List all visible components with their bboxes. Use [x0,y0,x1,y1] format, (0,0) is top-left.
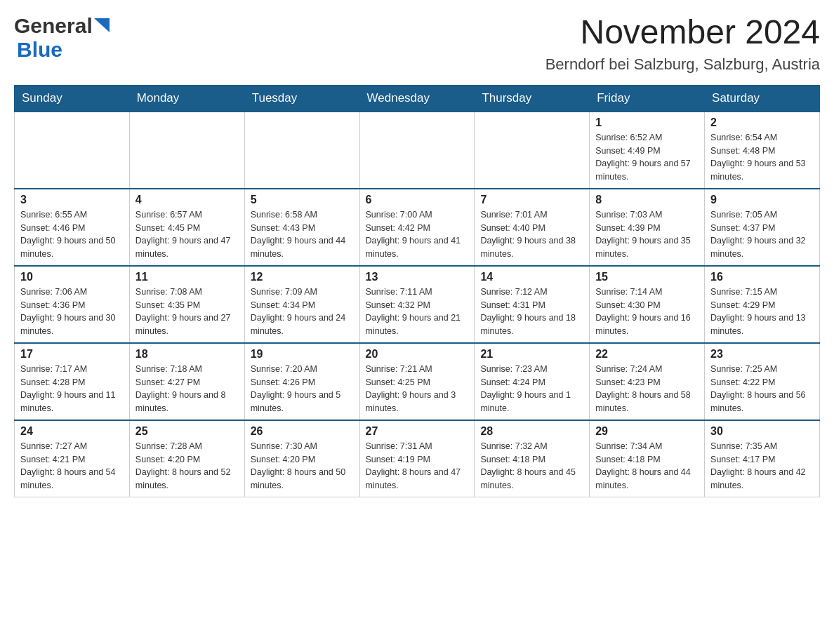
table-row: 23 Sunrise: 7:25 AMSunset: 4:22 PMDaylig… [705,343,820,420]
day-info: Sunrise: 7:27 AMSunset: 4:21 PMDaylight:… [20,441,116,490]
day-info: Sunrise: 7:17 AMSunset: 4:28 PMDaylight:… [20,364,116,413]
table-row: 13 Sunrise: 7:11 AMSunset: 4:32 PMDaylig… [359,266,475,343]
table-row: 20 Sunrise: 7:21 AMSunset: 4:25 PMDaylig… [359,343,475,420]
table-row: 21 Sunrise: 7:23 AMSunset: 4:24 PMDaylig… [475,343,590,420]
logo-area: General Blue [14,14,111,62]
day-info: Sunrise: 6:54 AMSunset: 4:48 PMDaylight:… [710,133,806,182]
day-number: 22 [595,348,699,361]
day-number: 27 [366,425,469,438]
calendar-week-row: 3 Sunrise: 6:55 AMSunset: 4:46 PMDayligh… [15,189,820,266]
table-row: 19 Sunrise: 7:20 AMSunset: 4:26 PMDaylig… [244,343,359,420]
day-number: 2 [710,116,814,129]
table-row: 6 Sunrise: 7:00 AMSunset: 4:42 PMDayligh… [359,189,475,266]
day-info: Sunrise: 7:09 AMSunset: 4:34 PMDaylight:… [251,287,346,336]
day-number: 3 [20,194,124,206]
day-info: Sunrise: 7:28 AMSunset: 4:20 PMDaylight:… [135,441,231,490]
day-number: 11 [135,271,239,283]
day-info: Sunrise: 7:08 AMSunset: 4:35 PMDaylight:… [135,287,231,336]
day-number: 16 [710,271,814,283]
table-row [359,112,475,189]
day-number: 4 [135,194,239,206]
day-info: Sunrise: 7:30 AMSunset: 4:20 PMDaylight:… [251,441,346,490]
day-number: 1 [595,116,699,129]
day-info: Sunrise: 7:11 AMSunset: 4:32 PMDaylight:… [366,287,461,336]
table-row: 15 Sunrise: 7:14 AMSunset: 4:30 PMDaylig… [590,266,705,343]
day-number: 14 [480,271,583,283]
header-monday: Monday [129,85,244,112]
table-row: 4 Sunrise: 6:57 AMSunset: 4:45 PMDayligh… [129,189,244,266]
table-row [244,112,359,189]
calendar-body: 1 Sunrise: 6:52 AMSunset: 4:49 PMDayligh… [15,112,820,497]
day-number: 18 [135,348,239,361]
table-row: 29 Sunrise: 7:34 AMSunset: 4:18 PMDaylig… [590,420,705,497]
table-row: 24 Sunrise: 7:27 AMSunset: 4:21 PMDaylig… [15,420,130,497]
day-number: 29 [595,425,699,438]
logo: General [14,14,111,38]
header-saturday: Saturday [705,85,820,112]
day-number: 19 [251,348,354,361]
day-number: 28 [480,425,583,438]
table-row: 16 Sunrise: 7:15 AMSunset: 4:29 PMDaylig… [705,266,820,343]
header-friday: Friday [590,85,705,112]
calendar-week-row: 17 Sunrise: 7:17 AMSunset: 4:28 PMDaylig… [15,343,820,420]
day-info: Sunrise: 6:55 AMSunset: 4:46 PMDaylight:… [20,210,116,259]
day-info: Sunrise: 7:01 AMSunset: 4:40 PMDaylight:… [480,210,576,259]
day-info: Sunrise: 7:15 AMSunset: 4:29 PMDaylight:… [710,287,806,336]
header-sunday: Sunday [15,85,130,112]
day-number: 20 [366,348,469,361]
day-info: Sunrise: 7:20 AMSunset: 4:26 PMDaylight:… [251,364,341,413]
day-info: Sunrise: 7:24 AMSunset: 4:23 PMDaylight:… [595,364,691,413]
table-row: 12 Sunrise: 7:09 AMSunset: 4:34 PMDaylig… [244,266,359,343]
day-number: 10 [20,271,124,283]
day-number: 30 [710,425,814,438]
table-row: 22 Sunrise: 7:24 AMSunset: 4:23 PMDaylig… [590,343,705,420]
month-year-title: November 2024 [545,14,820,51]
table-row: 18 Sunrise: 7:18 AMSunset: 4:27 PMDaylig… [129,343,244,420]
calendar-week-row: 1 Sunrise: 6:52 AMSunset: 4:49 PMDayligh… [15,112,820,189]
table-row: 2 Sunrise: 6:54 AMSunset: 4:48 PMDayligh… [705,112,820,189]
table-row: 27 Sunrise: 7:31 AMSunset: 4:19 PMDaylig… [359,420,475,497]
day-number: 21 [480,348,583,361]
day-info: Sunrise: 6:52 AMSunset: 4:49 PMDaylight:… [595,133,691,182]
day-info: Sunrise: 7:12 AMSunset: 4:31 PMDaylight:… [480,287,576,336]
day-info: Sunrise: 7:23 AMSunset: 4:24 PMDaylight:… [480,364,571,413]
table-row: 10 Sunrise: 7:06 AMSunset: 4:36 PMDaylig… [15,266,130,343]
table-row [475,112,590,189]
day-info: Sunrise: 7:25 AMSunset: 4:22 PMDaylight:… [710,364,806,413]
day-info: Sunrise: 7:35 AMSunset: 4:17 PMDaylight:… [710,441,806,490]
day-number: 23 [710,348,814,361]
table-row: 28 Sunrise: 7:32 AMSunset: 4:18 PMDaylig… [475,420,590,497]
table-row: 9 Sunrise: 7:05 AMSunset: 4:37 PMDayligh… [705,189,820,266]
calendar-week-row: 24 Sunrise: 7:27 AMSunset: 4:21 PMDaylig… [15,420,820,497]
day-number: 24 [20,425,124,438]
table-row: 26 Sunrise: 7:30 AMSunset: 4:20 PMDaylig… [244,420,359,497]
logo-blue-text: Blue [17,38,62,61]
day-info: Sunrise: 6:58 AMSunset: 4:43 PMDaylight:… [251,210,346,259]
day-number: 5 [251,194,354,206]
table-row: 8 Sunrise: 7:03 AMSunset: 4:39 PMDayligh… [590,189,705,266]
table-row: 25 Sunrise: 7:28 AMSunset: 4:20 PMDaylig… [129,420,244,497]
table-row: 7 Sunrise: 7:01 AMSunset: 4:40 PMDayligh… [475,189,590,266]
table-row: 11 Sunrise: 7:08 AMSunset: 4:35 PMDaylig… [129,266,244,343]
day-info: Sunrise: 7:32 AMSunset: 4:18 PMDaylight:… [480,441,576,490]
day-number: 7 [480,194,583,206]
location-subtitle: Berndorf bei Salzburg, Salzburg, Austria [545,55,820,74]
day-info: Sunrise: 7:21 AMSunset: 4:25 PMDaylight:… [366,364,456,413]
calendar-table: Sunday Monday Tuesday Wednesday Thursday… [14,85,820,498]
day-number: 26 [251,425,354,438]
day-number: 8 [595,194,699,206]
calendar-week-row: 10 Sunrise: 7:06 AMSunset: 4:36 PMDaylig… [15,266,820,343]
table-row [129,112,244,189]
day-info: Sunrise: 6:57 AMSunset: 4:45 PMDaylight:… [135,210,231,259]
day-number: 13 [366,271,469,283]
header-tuesday: Tuesday [244,85,359,112]
table-row [15,112,130,189]
day-number: 15 [595,271,699,283]
header-thursday: Thursday [475,85,590,112]
day-info: Sunrise: 7:31 AMSunset: 4:19 PMDaylight:… [366,441,461,490]
day-info: Sunrise: 7:34 AMSunset: 4:18 PMDaylight:… [595,441,691,490]
day-info: Sunrise: 7:03 AMSunset: 4:39 PMDaylight:… [595,210,691,259]
logo-triangle-icon [94,18,110,38]
page-header: General Blue November 2024 Berndorf bei … [14,14,820,74]
table-row: 30 Sunrise: 7:35 AMSunset: 4:17 PMDaylig… [705,420,820,497]
